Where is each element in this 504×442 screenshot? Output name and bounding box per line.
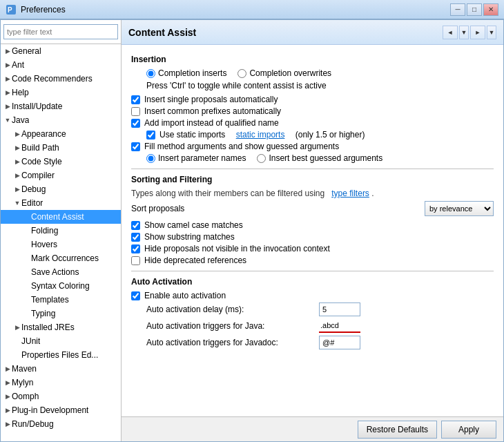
app-icon: P: [6, 4, 17, 15]
enable-auto-activation-check[interactable]: Enable auto activation: [131, 291, 494, 300]
insert-best-guess-radio[interactable]: Insert best guessed arguments: [257, 153, 382, 163]
tree-label-installed-jres: Installed JREs: [21, 323, 75, 332]
use-static-imports-row: Use static imports static imports (only …: [146, 130, 494, 140]
insert-single-proposals-check[interactable]: Insert single proposals automatically: [131, 95, 494, 104]
tree-label-code-recommenders: Code Recommenders: [12, 74, 93, 84]
fill-method-args-check[interactable]: Fill method arguments and show guessed a…: [131, 142, 494, 151]
sidebar-item-junit[interactable]: JUnit: [1, 334, 121, 348]
sidebar-item-run-debug[interactable]: ▶Run/Debug: [1, 417, 121, 431]
auto-triggers-javadoc-input[interactable]: [319, 336, 360, 349]
divider-2: [131, 271, 494, 271]
sidebar-item-general[interactable]: ▶General: [1, 44, 121, 58]
auto-triggers-java-input[interactable]: [319, 319, 360, 333]
completion-mode-group: Completion inserts Completion overwrites: [146, 68, 494, 78]
sidebar-item-code-recommenders[interactable]: ▶Code Recommenders: [1, 72, 121, 86]
tree-arrow-java: ▼: [3, 117, 12, 124]
sidebar-item-typing[interactable]: Typing: [1, 307, 121, 320]
insert-param-names-radio[interactable]: Insert parameter names: [146, 153, 246, 163]
sidebar-item-syntax-coloring[interactable]: Syntax Coloring: [1, 279, 121, 293]
type-filters-link[interactable]: type filters: [331, 189, 369, 198]
nav-back-dropdown[interactable]: ▼: [459, 26, 469, 39]
search-input[interactable]: [3, 24, 118, 39]
sidebar-item-build-path[interactable]: ▶Build Path: [1, 141, 121, 155]
sidebar-item-ant[interactable]: ▶Ant: [1, 58, 121, 72]
tree-arrow-run-debug: ▶: [3, 421, 12, 427]
panel-content: Insertion Completion inserts Completion …: [122, 45, 503, 416]
sidebar-item-install-update[interactable]: ▶Install/Update: [1, 99, 121, 113]
right-panel: Content Assist ◄ ▼ ► ▼ Insertion Complet…: [122, 20, 503, 441]
sidebar-item-folding[interactable]: Folding: [1, 224, 121, 238]
close-button[interactable]: ✕: [483, 3, 498, 16]
ctrl-toggle-note: Press 'Ctrl' to toggle while content ass…: [146, 81, 494, 90]
sidebar: ▶General▶Ant▶Code Recommenders▶Help▶Inst…: [1, 20, 122, 441]
tree-arrow-appearance: ▶: [13, 131, 21, 137]
auto-triggers-javadoc-row: Auto activation triggers for Javadoc:: [146, 336, 494, 349]
add-import-check[interactable]: Add import instead of qualified name: [131, 118, 494, 128]
hide-deprecated-check[interactable]: Hide deprecated references: [131, 256, 494, 265]
tree-label-install-update: Install/Update: [12, 102, 62, 111]
static-imports-link[interactable]: static imports: [236, 130, 285, 140]
sidebar-item-mylyn[interactable]: ▶Mylyn: [1, 376, 121, 390]
tree-arrow-ant: ▶: [3, 61, 12, 68]
tree-arrow-general: ▶: [3, 48, 12, 55]
sidebar-item-installed-jres[interactable]: ▶Installed JREs: [1, 320, 121, 334]
tree-label-build-path: Build Path: [21, 143, 59, 153]
tree-label-save-actions: Save Actions: [31, 267, 79, 277]
sidebar-item-mark-occurrences[interactable]: Mark Occurrences: [1, 251, 121, 265]
sidebar-item-appearance[interactable]: ▶Appearance: [1, 127, 121, 141]
sidebar-item-oomph[interactable]: ▶Oomph: [1, 390, 121, 403]
divider-1: [131, 169, 494, 169]
nav-buttons: ◄ ▼ ► ▼: [443, 26, 496, 39]
tree-label-hovers: Hovers: [31, 240, 57, 249]
type-filters-info: Types along with their members can be fi…: [131, 189, 494, 198]
sidebar-item-save-actions[interactable]: Save Actions: [1, 265, 121, 279]
tree-label-properties-files: Properties Files Ed...: [21, 350, 98, 360]
maximize-button[interactable]: □: [467, 3, 482, 16]
tree-label-mark-occurrences: Mark Occurrences: [31, 253, 99, 263]
sidebar-item-editor[interactable]: ▼Editor: [1, 196, 121, 210]
show-substring-check[interactable]: Show substring matches: [131, 232, 494, 242]
completion-overwrites-label: Completion overwrites: [249, 68, 331, 78]
tree-label-plug-in-dev: Plug-in Development: [12, 405, 88, 415]
sidebar-item-compiler[interactable]: ▶Compiler: [1, 169, 121, 182]
sidebar-item-hovers[interactable]: Hovers: [1, 238, 121, 251]
show-camel-case-check[interactable]: Show camel case matches: [131, 220, 494, 230]
apply-button[interactable]: Apply: [441, 421, 496, 439]
main-container: ▶General▶Ant▶Code Recommenders▶Help▶Inst…: [0, 19, 504, 442]
tree-label-templates: Templates: [31, 295, 69, 305]
completion-inserts-radio[interactable]: Completion inserts: [146, 68, 226, 78]
nav-forward-button[interactable]: ►: [470, 26, 485, 39]
sidebar-item-templates[interactable]: Templates: [1, 293, 121, 307]
tree-arrow-editor: ▼: [13, 200, 21, 206]
sidebar-item-debug[interactable]: ▶Debug: [1, 182, 121, 196]
tree-arrow-oomph: ▶: [3, 393, 12, 400]
sidebar-item-maven[interactable]: ▶Maven: [1, 362, 121, 376]
tree-label-debug: Debug: [21, 184, 46, 194]
auto-delay-row: Auto activation delay (ms):: [146, 302, 494, 316]
sidebar-item-plug-in-dev[interactable]: ▶Plug-in Development: [1, 403, 121, 417]
tree-arrow-debug: ▶: [13, 186, 21, 193]
tree-label-general: General: [12, 46, 41, 56]
sidebar-item-java[interactable]: ▼Java: [1, 113, 121, 127]
use-static-imports-check[interactable]: [146, 131, 155, 140]
sidebar-item-help[interactable]: ▶Help: [1, 86, 121, 99]
tree-arrow-installed-jres: ▶: [13, 324, 21, 331]
sidebar-item-properties-files[interactable]: Properties Files Ed...: [1, 348, 121, 362]
auto-activation-section-label: Auto Activation: [131, 277, 494, 287]
restore-defaults-button[interactable]: Restore Defaults: [358, 421, 437, 439]
tree-label-java: Java: [12, 115, 29, 125]
sidebar-item-code-style[interactable]: ▶Code Style: [1, 155, 121, 169]
bottom-bar: Restore Defaults Apply: [122, 416, 503, 441]
hide-not-visible-check[interactable]: Hide proposals not visible in the invoca…: [131, 244, 494, 253]
nav-back-button[interactable]: ◄: [443, 26, 458, 39]
insert-common-prefix-check[interactable]: Insert common prefixes automatically: [131, 106, 494, 116]
tree-label-folding: Folding: [31, 226, 58, 236]
sort-proposals-dropdown[interactable]: by relevance alphabetically: [425, 201, 494, 216]
tree-arrow-install-update: ▶: [3, 103, 12, 110]
minimize-button[interactable]: ─: [450, 3, 465, 16]
auto-triggers-java-row: Auto activation triggers for Java:: [146, 319, 494, 333]
auto-delay-input[interactable]: [319, 302, 360, 316]
nav-forward-dropdown[interactable]: ▼: [487, 26, 496, 39]
completion-overwrites-radio[interactable]: Completion overwrites: [238, 68, 331, 78]
sidebar-item-content-assist[interactable]: Content Assist: [1, 210, 121, 224]
